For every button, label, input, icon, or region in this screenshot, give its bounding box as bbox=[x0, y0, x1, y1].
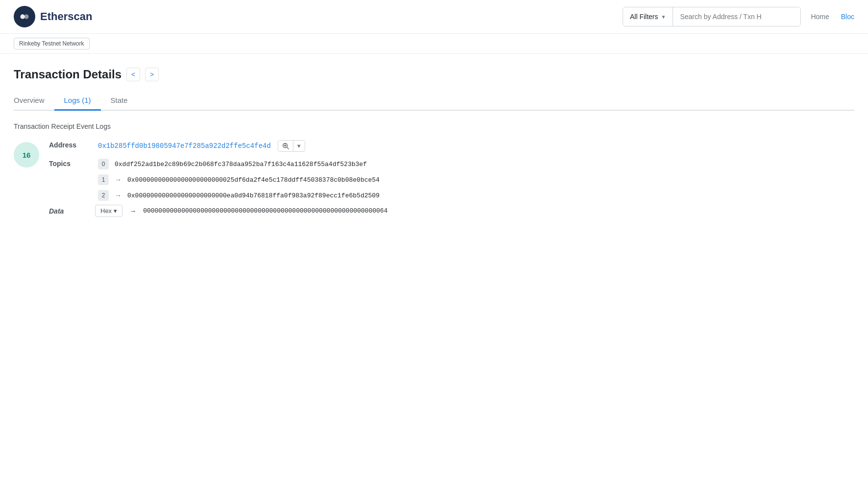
svg-line-3 bbox=[287, 147, 289, 149]
topic-value-0: 0xddf252ad1be2c89b69c2b068fc378daa952ba7… bbox=[115, 161, 367, 168]
svg-point-1 bbox=[24, 14, 28, 19]
address-label: Address bbox=[49, 140, 88, 149]
header-left: Etherscan bbox=[14, 6, 92, 27]
address-actions: ▼ bbox=[278, 140, 305, 152]
data-value: 0000000000000000000000000000000000000000… bbox=[143, 207, 387, 215]
header-right: All Filters ▼ Home Bloc bbox=[623, 7, 854, 26]
arrow-icon-2: → bbox=[115, 192, 121, 199]
filter-label: All Filters bbox=[630, 13, 658, 21]
page-title: Transaction Details bbox=[14, 68, 121, 81]
data-format-label: Hex bbox=[100, 207, 112, 215]
network-badge: Rinkeby Testnet Network bbox=[14, 38, 90, 49]
topic-index-1: 1 bbox=[98, 174, 109, 185]
nav-home[interactable]: Home bbox=[811, 13, 829, 21]
page-title-row: Transaction Details < > bbox=[14, 68, 854, 81]
topic-value-2: 0x000000000000000000000000ea0d94b76818ff… bbox=[127, 192, 380, 199]
tab-overview[interactable]: Overview bbox=[14, 91, 54, 111]
topic-row-1: 1 → 0x00000000000000000000000025df6da2f4… bbox=[98, 174, 380, 185]
topic-row-0: 0 0xddf252ad1be2c89b69c2b068fc378daa952b… bbox=[98, 159, 380, 169]
data-row: Data Hex ▾ → 000000000000000000000000000… bbox=[49, 205, 854, 217]
filter-dropdown[interactable]: All Filters ▼ bbox=[623, 7, 673, 26]
address-link[interactable]: 0x1b285ffd0b19805947e7f285a922d2ffe5c4fe… bbox=[98, 142, 271, 150]
topics-list: 0 0xddf252ad1be2c89b69c2b068fc378daa952b… bbox=[98, 159, 380, 201]
log-entry: 16 Address 0x1b285ffd0b19805947e7f285a92… bbox=[14, 140, 854, 217]
section-heading: Transaction Receipt Event Logs bbox=[14, 122, 854, 130]
topics-label: Topics bbox=[49, 159, 88, 168]
address-value-group: 0x1b285ffd0b19805947e7f285a922d2ffe5c4fe… bbox=[98, 140, 305, 152]
nav-blockchain[interactable]: Bloc bbox=[841, 13, 854, 21]
network-bar: Rinkeby Testnet Network bbox=[0, 34, 868, 54]
tab-state[interactable]: State bbox=[101, 91, 138, 111]
header: Etherscan All Filters ▼ Home Bloc bbox=[0, 0, 868, 34]
data-label: Data bbox=[49, 207, 88, 215]
search-input[interactable] bbox=[673, 7, 800, 26]
search-bar: All Filters ▼ bbox=[623, 7, 801, 26]
tabs: Overview Logs (1) State bbox=[14, 91, 854, 111]
topic-row-2: 2 → 0x000000000000000000000000ea0d94b768… bbox=[98, 190, 380, 201]
topic-value-1: 0x00000000000000000000000025df6da2f4e5c1… bbox=[127, 176, 380, 184]
search-address-button[interactable] bbox=[278, 141, 293, 151]
tab-logs[interactable]: Logs (1) bbox=[54, 91, 101, 111]
log-number-badge: 16 bbox=[14, 142, 39, 168]
topics-section: Topics 0 0xddf252ad1be2c89b69c2b068fc378… bbox=[49, 159, 854, 201]
prev-transaction-button[interactable]: < bbox=[126, 68, 140, 81]
address-row: Address 0x1b285ffd0b19805947e7f285a922d2… bbox=[49, 140, 854, 152]
address-dropdown-button[interactable]: ▼ bbox=[293, 141, 305, 151]
logo-icon bbox=[14, 6, 35, 27]
data-arrow-icon: → bbox=[129, 207, 136, 215]
logo-text: Etherscan bbox=[40, 10, 92, 23]
logo-link[interactable]: Etherscan bbox=[14, 6, 92, 27]
data-format-select[interactable]: Hex ▾ bbox=[95, 205, 122, 217]
log-details: Address 0x1b285ffd0b19805947e7f285a922d2… bbox=[49, 140, 854, 217]
topic-index-0: 0 bbox=[98, 159, 109, 169]
nav-links: Home Bloc bbox=[811, 13, 854, 21]
main-content: Transaction Details < > Overview Logs (1… bbox=[0, 54, 868, 246]
chevron-down-icon: ▼ bbox=[661, 14, 666, 20]
data-format-chevron: ▾ bbox=[114, 207, 117, 215]
topic-index-2: 2 bbox=[98, 190, 109, 201]
arrow-icon-1: → bbox=[115, 176, 121, 184]
next-transaction-button[interactable]: > bbox=[145, 68, 159, 81]
